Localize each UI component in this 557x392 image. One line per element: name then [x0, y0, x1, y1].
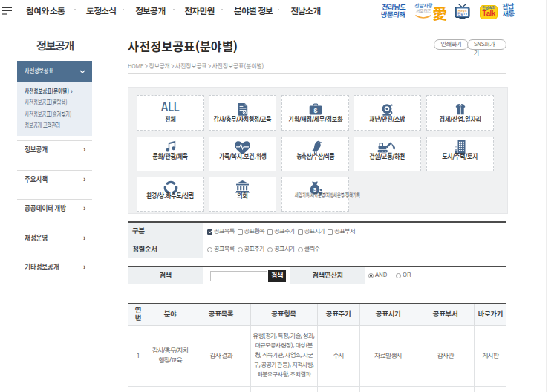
svg-text:전남TV: 전남TV [457, 12, 467, 16]
svg-text:$: $ [313, 107, 317, 114]
svg-text:전라남도: 전라남도 [457, 10, 468, 13]
